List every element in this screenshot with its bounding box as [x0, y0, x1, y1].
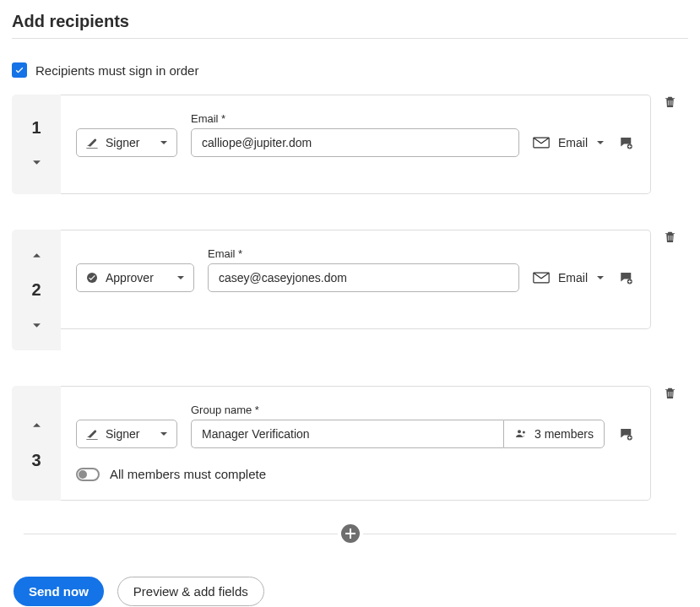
delete-button[interactable]	[663, 95, 677, 109]
footer-buttons: Send now Preview & add fields	[14, 577, 688, 606]
sign-order-label: Recipients must sign in order	[35, 63, 198, 78]
card-main-row: Signer Group name * 3 members	[76, 404, 635, 448]
move-down-button[interactable]	[28, 317, 45, 333]
delete-button[interactable]	[663, 386, 677, 400]
card-main-row: Signer Email * Email	[76, 112, 635, 157]
recipient-row: 2 Approver Email * Email	[12, 230, 688, 350]
chevron-up-icon	[32, 420, 41, 430]
recipient-card: Signer Email * Email	[61, 95, 651, 194]
row-actions	[651, 95, 688, 109]
divider-line	[363, 534, 677, 534]
email-label: Email *	[208, 247, 519, 260]
pen-icon	[85, 136, 99, 149]
role-select[interactable]: Signer	[76, 420, 177, 448]
divider-line	[24, 534, 338, 534]
role-select[interactable]: Approver	[76, 263, 194, 292]
delivery-select[interactable]: Email	[533, 128, 605, 157]
private-message-button[interactable]	[618, 128, 635, 157]
delivery-label: Email	[558, 271, 588, 285]
plus-icon	[345, 528, 355, 539]
chevron-down-icon	[596, 138, 605, 147]
card-main-row: Approver Email * Email	[76, 247, 635, 292]
chevron-down-icon	[160, 430, 168, 438]
mail-icon	[533, 272, 550, 284]
row-actions	[651, 386, 688, 400]
group-name-label: Group name *	[191, 404, 605, 416]
chevron-up-icon	[32, 251, 41, 260]
order-number: 2	[31, 280, 41, 300]
recipient-row: 3 Signer Group name * 3 members	[12, 386, 688, 501]
role-label: Signer	[106, 136, 153, 149]
move-up-button[interactable]	[28, 247, 45, 263]
order-column: 1	[12, 95, 61, 194]
sign-order-checkbox[interactable]	[12, 62, 27, 78]
svg-point-4	[523, 431, 525, 433]
order-column: 3	[12, 386, 61, 501]
chevron-down-icon	[176, 274, 185, 282]
heading-divider	[12, 38, 688, 39]
email-field-wrap: Email *	[208, 247, 519, 292]
members-button[interactable]: 3 members	[503, 420, 605, 448]
delivery-label: Email	[558, 136, 588, 149]
order-number: 3	[31, 451, 41, 470]
sign-order-row: Recipients must sign in order	[12, 62, 688, 78]
members-icon	[514, 427, 528, 441]
svg-point-3	[518, 430, 521, 433]
toggle-knob	[79, 470, 87, 479]
page-title: Add recipients	[12, 12, 688, 31]
preview-add-fields-button[interactable]: Preview & add fields	[117, 577, 264, 606]
order-column: 2	[12, 230, 61, 350]
delete-button[interactable]	[663, 230, 677, 244]
message-plus-icon	[618, 426, 635, 442]
trash-icon	[663, 230, 677, 244]
trash-icon	[663, 95, 677, 109]
message-plus-icon	[618, 135, 635, 150]
members-label: 3 members	[534, 427, 594, 441]
pen-icon	[85, 427, 99, 441]
email-field[interactable]	[191, 128, 519, 157]
role-label: Approver	[106, 271, 170, 285]
send-now-button[interactable]: Send now	[14, 577, 104, 606]
all-members-toggle-row: All members must complete	[76, 467, 635, 481]
recipient-row: 1 Signer Email * Email	[12, 95, 688, 194]
row-actions	[651, 230, 688, 244]
group-name-field[interactable]	[191, 420, 503, 448]
email-field-wrap: Email *	[191, 112, 519, 157]
all-members-label: All members must complete	[110, 467, 266, 481]
add-recipient-divider	[24, 524, 676, 543]
order-number: 1	[31, 118, 41, 138]
all-members-toggle[interactable]	[76, 468, 100, 481]
delivery-select[interactable]: Email	[533, 263, 605, 292]
move-up-button[interactable]	[28, 417, 45, 434]
role-select[interactable]: Signer	[76, 128, 177, 157]
recipient-card: Signer Group name * 3 members	[61, 386, 651, 501]
email-label: Email *	[191, 112, 519, 125]
chevron-down-icon	[32, 321, 41, 330]
recipient-card: Approver Email * Email	[61, 230, 651, 329]
move-down-button[interactable]	[28, 154, 45, 171]
approver-icon	[85, 271, 99, 285]
private-message-button[interactable]	[618, 420, 635, 448]
chevron-down-icon	[596, 274, 605, 282]
role-label: Signer	[106, 427, 153, 441]
mail-icon	[533, 137, 550, 149]
chevron-down-icon	[32, 158, 41, 167]
group-name-field-wrap: Group name * 3 members	[191, 404, 605, 448]
chevron-down-icon	[160, 138, 168, 147]
message-plus-icon	[618, 270, 635, 285]
trash-icon	[663, 386, 677, 400]
checkmark-icon	[14, 65, 24, 75]
add-recipient-button[interactable]	[341, 524, 360, 543]
private-message-button[interactable]	[618, 263, 635, 292]
email-field[interactable]	[208, 263, 519, 292]
